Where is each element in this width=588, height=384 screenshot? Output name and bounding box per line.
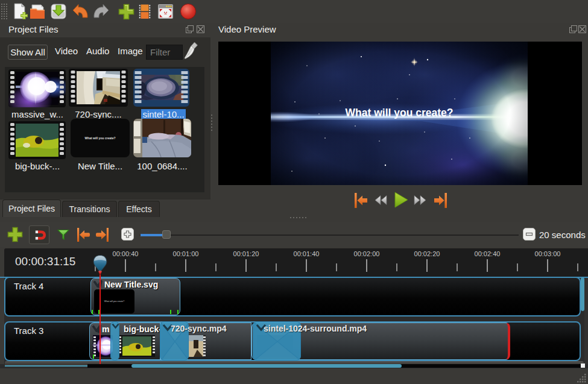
svg-text:00:01:00: 00:01:00 [173, 250, 199, 257]
svg-text:00:02:40: 00:02:40 [475, 250, 501, 257]
svg-text:00:01:40: 00:01:40 [294, 250, 320, 257]
svg-text:00:03:00: 00:03:00 [535, 250, 561, 257]
svg-text:00:00:40: 00:00:40 [113, 250, 139, 257]
svg-text:00:02:00: 00:02:00 [354, 250, 380, 257]
svg-text:00:01:20: 00:01:20 [233, 250, 259, 257]
svg-text:00:02:20: 00:02:20 [414, 250, 440, 257]
svg-text:What will you create?: What will you create? [346, 107, 454, 119]
